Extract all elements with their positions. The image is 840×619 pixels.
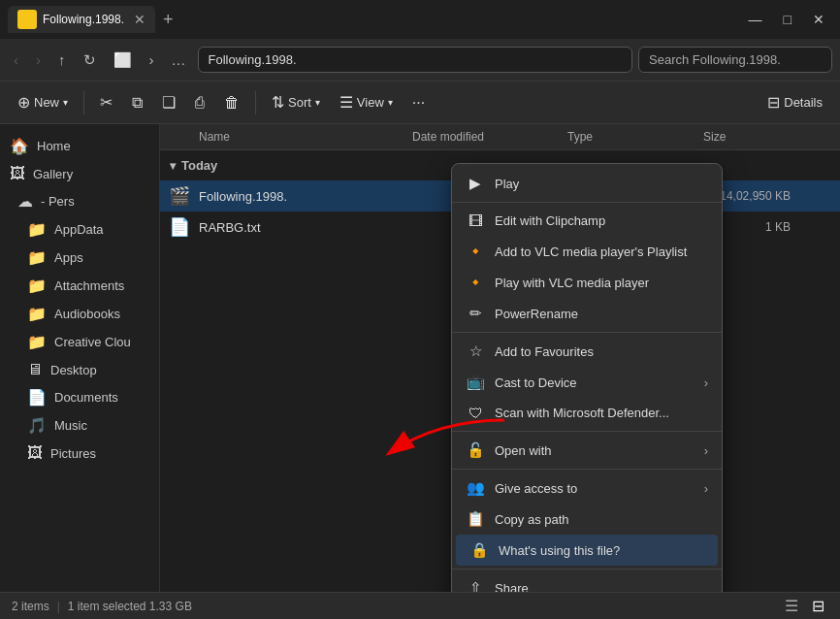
tab-close-button[interactable]: ✕ bbox=[134, 12, 145, 27]
maximize-button[interactable]: □ bbox=[776, 8, 799, 31]
cm-play-label: Play bbox=[495, 177, 519, 191]
details-view-button[interactable]: ⊟ bbox=[808, 595, 828, 617]
sidebar-item-music[interactable]: 🎵 Music bbox=[0, 411, 159, 440]
cm-vlc-icon-1: 🔸 bbox=[466, 243, 485, 260]
cm-share[interactable]: ⇧ Share bbox=[452, 572, 722, 592]
close-button[interactable]: ✕ bbox=[805, 8, 832, 31]
status-item-count: 2 items bbox=[12, 600, 49, 613]
sort-button[interactable]: ⇅ Sort ▾ bbox=[264, 88, 328, 116]
sidebar-item-gallery[interactable]: 🖼 Gallery bbox=[0, 160, 159, 187]
share-icon: ⎙ bbox=[195, 94, 205, 112]
cm-play-icon: ▶ bbox=[466, 175, 485, 192]
cut-icon: ✂ bbox=[100, 93, 113, 112]
cm-cast-arrow: › bbox=[704, 375, 708, 390]
sidebar-item-documents[interactable]: 📄 Documents bbox=[0, 383, 159, 411]
cm-copy-path[interactable]: 📋 Copy as path bbox=[452, 504, 722, 535]
home-icon: 🏠 bbox=[10, 137, 29, 155]
copy-button[interactable]: ⧉ bbox=[124, 89, 150, 116]
status-separator: | bbox=[57, 600, 60, 613]
sidebar-item-audiobooks[interactable]: 📁 Audiobooks bbox=[0, 300, 159, 328]
cm-play-vlc-label: Play with VLC media player bbox=[495, 276, 649, 290]
sidebar-label-pictures: Pictures bbox=[50, 446, 96, 461]
more-icon: ··· bbox=[412, 94, 425, 112]
col-header-type[interactable]: Type bbox=[567, 130, 703, 144]
share-button[interactable]: ⎙ bbox=[187, 89, 212, 116]
delete-button[interactable]: 🗑 bbox=[216, 89, 247, 116]
cm-edit-clipchamp[interactable]: 🎞 Edit with Clipchamp bbox=[452, 206, 722, 236]
search-bar[interactable]: Search Following.1998. bbox=[638, 47, 832, 73]
cm-share-icon: ⇧ bbox=[466, 579, 485, 592]
sidebar-label-desktop: Desktop bbox=[50, 363, 97, 377]
cm-cast-icon: 📺 bbox=[466, 374, 485, 391]
list-view-button[interactable]: ☰ bbox=[781, 595, 802, 617]
forward-button[interactable]: › bbox=[30, 48, 47, 72]
cm-open-with[interactable]: 🔓 Open with › bbox=[452, 435, 722, 466]
details-label: Details bbox=[784, 95, 823, 110]
toolbar-separator-2 bbox=[255, 91, 256, 114]
monitor-icon: ⬜ bbox=[108, 48, 138, 73]
new-icon: ⊕ bbox=[17, 93, 30, 112]
view-dropdown-icon: ▾ bbox=[388, 97, 393, 108]
breadcrumb-more[interactable]: › bbox=[144, 48, 160, 72]
address-bar[interactable]: Following.1998. bbox=[198, 47, 633, 73]
cm-add-vlc-playlist[interactable]: 🔸 Add to VLC media player's Playlist bbox=[452, 236, 722, 267]
sidebar-item-desktop[interactable]: 🖥 Desktop bbox=[0, 356, 159, 383]
cm-cast[interactable]: 📺 Cast to Device › bbox=[452, 367, 722, 398]
new-label: New bbox=[34, 95, 59, 110]
sidebar-item-attachments[interactable]: 📁 Attachments bbox=[0, 272, 159, 300]
music-icon: 🎵 bbox=[27, 416, 47, 435]
cm-add-favourites[interactable]: ☆ Add to Favourites bbox=[452, 336, 722, 367]
cm-cast-label: Cast to Device bbox=[495, 375, 577, 390]
more-nav-options[interactable]: … bbox=[166, 48, 192, 72]
sidebar-item-apps[interactable]: 📁 Apps bbox=[0, 244, 159, 272]
cm-open-label: Open with bbox=[495, 443, 552, 458]
paste-button[interactable]: ❏ bbox=[154, 88, 183, 116]
appdata-icon: 📁 bbox=[27, 220, 47, 239]
sidebar-item-creative[interactable]: 📁 Creative Clou bbox=[0, 328, 159, 356]
paste-icon: ❏ bbox=[162, 93, 176, 112]
cm-play-vlc[interactable]: 🔸 Play with VLC media player bbox=[452, 267, 722, 298]
sort-dropdown-icon: ▾ bbox=[315, 97, 320, 108]
sidebar-item-pictures[interactable]: 🖼 Pictures bbox=[0, 440, 159, 467]
section-arrow-icon: ▾ bbox=[170, 159, 176, 173]
cm-open-icon: 🔓 bbox=[466, 441, 485, 459]
view-button[interactable]: ☰ View ▾ bbox=[332, 88, 401, 116]
more-options-button[interactable]: ··· bbox=[404, 89, 433, 116]
cm-play[interactable]: ▶ Play bbox=[452, 168, 722, 199]
minimize-button[interactable]: — bbox=[741, 8, 770, 31]
cm-add-vlc-label: Add to VLC media player's Playlist bbox=[495, 244, 687, 259]
active-tab[interactable]: Following.1998. ✕ bbox=[8, 6, 155, 33]
back-button[interactable]: ‹ bbox=[8, 48, 24, 72]
cm-power-rename-1[interactable]: ✏ PowerRename bbox=[452, 298, 722, 329]
new-button[interactable]: ⊕ New ▾ bbox=[10, 88, 76, 116]
col-header-size[interactable]: Size bbox=[703, 130, 800, 144]
toolbar: ⊕ New ▾ ✂ ⧉ ❏ ⎙ 🗑 ⇅ Sort ▾ ☰ View ▾ ··· … bbox=[0, 81, 840, 124]
col-header-name[interactable]: Name bbox=[160, 130, 412, 144]
cm-scan-defender[interactable]: 🛡 Scan with Microsoft Defender... bbox=[452, 398, 722, 428]
audiobooks-icon: 📁 bbox=[27, 305, 47, 323]
sidebar-item-appdata[interactable]: 📁 AppData bbox=[0, 215, 159, 244]
cm-pr-icon-1: ✏ bbox=[466, 305, 485, 322]
details-icon: ⊟ bbox=[767, 93, 780, 112]
documents-icon: 📄 bbox=[27, 388, 47, 407]
sidebar-item-home[interactable]: 🏠 Home bbox=[0, 132, 159, 160]
up-button[interactable]: ↑ bbox=[52, 48, 72, 72]
cut-button[interactable]: ✂ bbox=[92, 88, 120, 116]
new-tab-button[interactable]: + bbox=[163, 10, 174, 30]
sidebar-item-cloud[interactable]: ☁ - Pers bbox=[0, 187, 159, 215]
cm-give-access[interactable]: 👥 Give access to › bbox=[452, 472, 722, 504]
cm-sep-5 bbox=[452, 569, 722, 570]
refresh-button[interactable]: ↻ bbox=[78, 48, 102, 73]
cm-vlc-icon-2: 🔸 bbox=[466, 274, 485, 291]
cm-whats-using[interactable]: 🔒 What's using this file? bbox=[456, 535, 718, 566]
details-button[interactable]: ⊟ Details bbox=[759, 88, 830, 116]
pictures-icon: 🖼 bbox=[27, 444, 43, 462]
desktop-icon: 🖥 bbox=[27, 361, 43, 378]
details-area: ⊟ Details bbox=[759, 88, 830, 116]
col-header-date[interactable]: Date modified bbox=[412, 130, 567, 144]
sidebar-label-gallery: Gallery bbox=[33, 167, 73, 181]
title-bar: Following.1998. ✕ + — □ ✕ bbox=[0, 0, 840, 39]
status-selected-info: 1 item selected 1.33 GB bbox=[68, 600, 192, 613]
navigation-bar: ‹ › ↑ ↻ ⬜ › … Following.1998. Search Fol… bbox=[0, 39, 840, 81]
tab-folder-icon bbox=[17, 10, 37, 29]
